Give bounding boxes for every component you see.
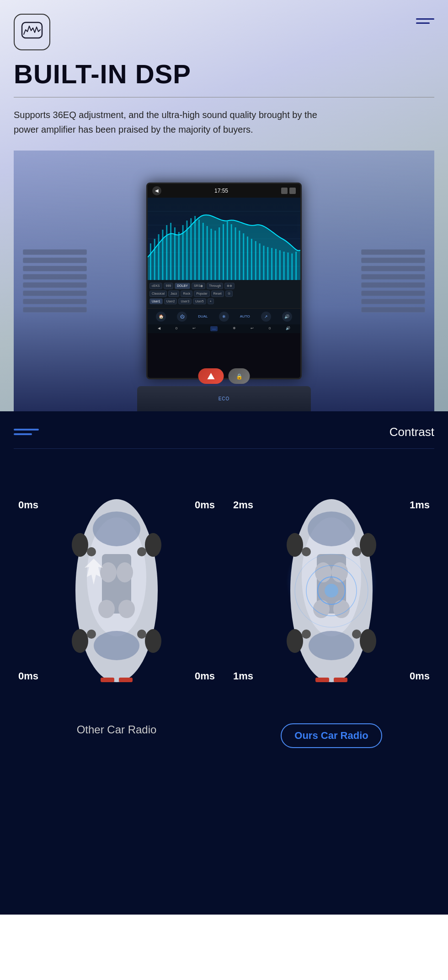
bottom-section: Contrast 0ms 0ms 0ms 0ms bbox=[0, 411, 448, 915]
right-vents bbox=[361, 235, 425, 327]
svg-rect-13 bbox=[178, 232, 180, 280]
eq-buttons-row1: cEKS 999 DOLBY SRS◉ Through ⊕⊕ bbox=[149, 283, 299, 289]
other-timing-top-right: 0ms bbox=[195, 499, 215, 511]
screen-back-button[interactable]: ◀ bbox=[152, 186, 161, 195]
eq-circle-btn[interactable]: ① bbox=[225, 291, 233, 297]
eq-dolby-btn[interactable]: DOLBY bbox=[175, 283, 190, 289]
ours-car-radio-button[interactable]: Ours Car Radio bbox=[281, 723, 382, 748]
eq-rock-btn[interactable]: Rock bbox=[181, 291, 192, 297]
control-return2[interactable]: ↩ bbox=[251, 326, 254, 331]
eq-add-tab[interactable]: + bbox=[208, 298, 214, 304]
svg-rect-32 bbox=[255, 241, 256, 280]
nav-arrow-btn[interactable]: ↗ bbox=[261, 312, 271, 322]
svg-point-45 bbox=[93, 512, 140, 546]
other-car-label: Other Car Radio bbox=[77, 723, 157, 736]
svg-point-76 bbox=[352, 547, 361, 556]
svg-rect-37 bbox=[275, 249, 277, 280]
svg-rect-24 bbox=[223, 224, 224, 280]
control-back[interactable]: ◀ bbox=[158, 326, 160, 331]
svg-rect-61 bbox=[119, 678, 133, 682]
svg-rect-84 bbox=[334, 678, 347, 682]
eq-user-tabs-row: User1 User2 User3 User5 + bbox=[149, 298, 299, 304]
eq-user1-tab[interactable]: User1 bbox=[149, 298, 163, 304]
screen-time: 17:55 bbox=[214, 188, 228, 194]
screen-status-icons bbox=[281, 188, 296, 194]
contrast-line-1 bbox=[14, 429, 39, 431]
hamburger-menu-button[interactable] bbox=[416, 18, 434, 24]
control-return[interactable]: ↩ bbox=[192, 326, 196, 331]
nav-climate-btn[interactable]: ❄ bbox=[219, 312, 229, 322]
control-fan[interactable]: ❄ bbox=[233, 326, 236, 331]
below-screen-buttons: 🔒 bbox=[198, 368, 250, 384]
eq-controls-area: cEKS 999 DOLBY SRS◉ Through ⊕⊕ Classical… bbox=[148, 280, 300, 308]
vent-slot bbox=[23, 282, 87, 288]
svg-rect-9 bbox=[162, 230, 163, 280]
eq-user5-tab[interactable]: User5 bbox=[193, 298, 206, 304]
svg-point-72 bbox=[287, 629, 303, 653]
vent-slot bbox=[361, 291, 425, 296]
svg-rect-17 bbox=[194, 216, 196, 280]
svg-rect-20 bbox=[207, 226, 208, 280]
lock-button[interactable]: 🔒 bbox=[229, 368, 250, 384]
hazard-button[interactable] bbox=[198, 368, 224, 384]
nav-power-btn[interactable]: ⏻ bbox=[177, 312, 187, 322]
eq-classical-btn[interactable]: Classical bbox=[149, 291, 167, 297]
eq-user3-tab[interactable]: User3 bbox=[178, 298, 192, 304]
eq-user2-tab[interactable]: User2 bbox=[164, 298, 177, 304]
car-comparison-area: 0ms 0ms 0ms 0ms bbox=[14, 463, 434, 874]
hamburger-line-2 bbox=[416, 22, 430, 24]
vent-slot bbox=[361, 282, 425, 288]
svg-rect-6 bbox=[150, 243, 151, 280]
svg-rect-16 bbox=[190, 218, 192, 280]
screen-controls-row: ◀ 0 ↩ — ❄ ↩ 0 🔊 bbox=[148, 324, 300, 333]
eq-extra-btn[interactable]: ⊕⊕ bbox=[224, 283, 235, 289]
svg-point-53 bbox=[72, 629, 88, 653]
ours-car-svg bbox=[267, 476, 395, 705]
ours-car-container: 2ms 1ms 1ms 0ms bbox=[229, 463, 434, 719]
hazard-icon bbox=[208, 373, 215, 379]
other-car-label-area: Other Car Radio bbox=[77, 723, 157, 736]
vent-slot bbox=[23, 299, 87, 304]
svg-point-50 bbox=[98, 600, 115, 618]
svg-rect-26 bbox=[231, 224, 232, 280]
svg-rect-30 bbox=[247, 237, 248, 280]
control-val1: 0 bbox=[176, 326, 177, 331]
bottom-console: ECO bbox=[137, 386, 311, 411]
nav-home-btn[interactable]: 🏠 bbox=[156, 312, 166, 322]
hero-description: Supports 36EQ adjustment, and the ultra-… bbox=[14, 108, 343, 137]
svg-point-73 bbox=[360, 533, 376, 557]
svg-rect-25 bbox=[227, 221, 228, 280]
control-vol[interactable]: 🔊 bbox=[286, 326, 290, 331]
svg-point-51 bbox=[118, 600, 135, 618]
eq-999-btn[interactable]: 999 bbox=[164, 283, 174, 289]
svg-point-46 bbox=[94, 631, 139, 660]
svg-rect-33 bbox=[259, 243, 261, 280]
vent-slot bbox=[361, 249, 425, 255]
eq-reset-btn[interactable]: Reset bbox=[211, 291, 224, 297]
eq-srs-btn[interactable]: SRS◉ bbox=[192, 283, 205, 289]
svg-point-75 bbox=[302, 547, 311, 556]
logo-box bbox=[14, 14, 50, 50]
title-divider bbox=[14, 97, 434, 97]
page-title: BUILT-IN DSP bbox=[14, 59, 434, 89]
nav-volume-btn[interactable]: 🔊 bbox=[282, 312, 292, 322]
svg-rect-83 bbox=[315, 678, 329, 682]
svg-point-57 bbox=[137, 547, 146, 556]
eq-display-area bbox=[148, 198, 300, 280]
svg-point-59 bbox=[137, 630, 146, 639]
svg-point-58 bbox=[87, 630, 96, 639]
svg-rect-8 bbox=[158, 234, 160, 280]
logo-icon bbox=[21, 22, 43, 43]
eq-jazz-btn[interactable]: Jazz bbox=[168, 291, 179, 297]
header-row bbox=[14, 14, 434, 50]
contrast-divider bbox=[14, 448, 434, 449]
eq-through-btn[interactable]: Through bbox=[207, 283, 223, 289]
nav-dual-label: DUAL bbox=[198, 314, 208, 318]
top-section: BUILT-IN DSP Supports 36EQ adjustment, a… bbox=[0, 0, 448, 411]
screen-top-bar: ◀ 17:55 bbox=[148, 184, 300, 198]
vent-slot bbox=[23, 307, 87, 312]
contrast-header: Contrast bbox=[14, 425, 434, 439]
eq-ceks-btn[interactable]: cEKS bbox=[149, 283, 162, 289]
svg-rect-34 bbox=[263, 246, 264, 280]
eq-popular-btn[interactable]: Popular bbox=[194, 291, 209, 297]
